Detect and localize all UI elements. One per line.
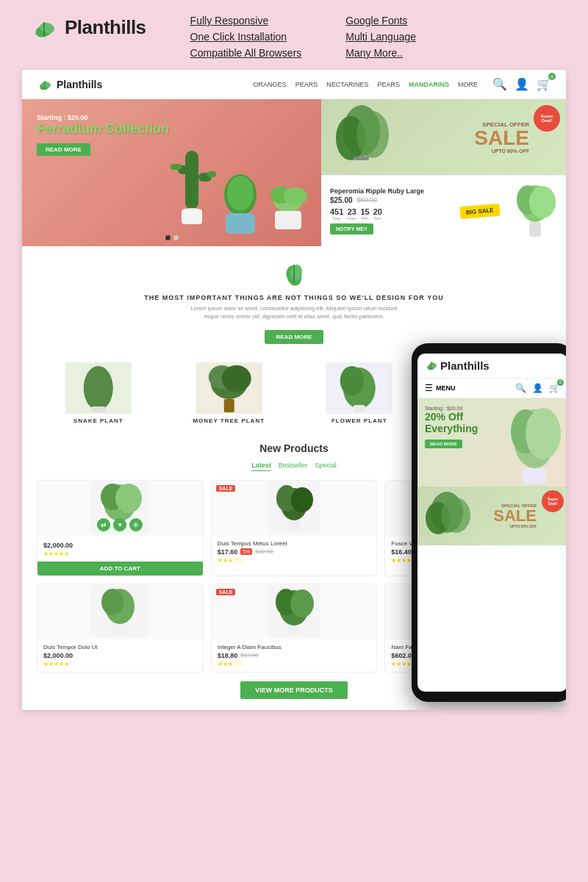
- mobile-cart[interactable]: 🛒0: [549, 383, 560, 393]
- notify-button[interactable]: NOTIFY ME!!: [330, 223, 373, 234]
- flash-price-old: $50.00: [357, 196, 378, 204]
- tab-latest[interactable]: Latest: [251, 462, 271, 471]
- nav-pears1[interactable]: PEARS: [295, 81, 318, 88]
- mobile-sale-plant: [417, 490, 476, 545]
- money-tree-label: MONEY TREE PLANT: [168, 417, 291, 424]
- cat-flower-plant[interactable]: FLOWER PLANT: [298, 362, 421, 424]
- product-actions-1: ⇄ ♥ ⊕: [97, 518, 143, 531]
- nav-icons: 🔍 👤 🛒0: [492, 77, 551, 91]
- product-stars-5: ★★★☆☆: [218, 661, 371, 667]
- nav-nectarines[interactable]: NECTARINES: [326, 81, 368, 88]
- nav-mandarins[interactable]: MANDARINS: [409, 81, 449, 88]
- svg-rect-44: [354, 405, 365, 412]
- nav-more[interactable]: MORE: [458, 81, 478, 88]
- svg-rect-35: [91, 406, 106, 412]
- view-more-btn[interactable]: VIEW MORE PRODUCTS: [240, 681, 348, 699]
- tab-bestseller[interactable]: Bestseller: [279, 462, 308, 471]
- site-logo-icon: [37, 77, 53, 91]
- super-deal-badge: Super Deal!: [534, 105, 560, 132]
- flash-product-name: Peperomia Ripple Ruby Large: [330, 187, 453, 195]
- flower-plant-label: FLOWER PLANT: [298, 417, 421, 424]
- product-img-5: SALE: [212, 584, 377, 639]
- mobile-logo-text: Planthills: [440, 359, 490, 372]
- svg-rect-25: [354, 157, 369, 160]
- feature-browsers[interactable]: Compatible All Browsers: [190, 47, 302, 59]
- big-sale-badge: BIG SALE: [460, 203, 501, 219]
- svg-point-39: [221, 365, 251, 392]
- mobile-menu-bar: ☰ MENU 🔍 👤 🛒0: [417, 379, 566, 398]
- svg-rect-16: [226, 213, 255, 234]
- quick-view-btn-1[interactable]: ⊕: [129, 518, 143, 531]
- svg-point-51: [115, 484, 142, 513]
- hero-plants-illustration: [167, 121, 314, 246]
- add-to-cart-btn-1[interactable]: ADD TO CART: [37, 562, 203, 576]
- main-logo: Planthills: [29, 15, 146, 40]
- svg-rect-70: [287, 625, 301, 635]
- feature-fonts[interactable]: Google Fonts: [345, 15, 416, 26]
- user-icon[interactable]: 👤: [514, 77, 529, 91]
- product-price-3: $16.40: [391, 548, 412, 556]
- mobile-menu-text: MENU: [436, 384, 456, 392]
- cat-money-tree[interactable]: MONEY TREE PLANT: [168, 362, 291, 424]
- timer-days: 451 Day: [330, 207, 343, 220]
- cat-snake-plant[interactable]: SNAKE PLANT: [37, 362, 160, 424]
- hero-read-more-btn[interactable]: READ MORE: [37, 143, 90, 156]
- product-price-old-2: $22.00: [255, 548, 273, 555]
- site-nav: Planthills ORANGES PEARS NECTARINES PEAR…: [22, 70, 566, 99]
- product-name-4: Duis Tempor Dolo Ut: [43, 644, 197, 650]
- timer-hours: 23 Hour: [347, 207, 356, 220]
- hero-right: Super Deal! SPECIAL OFFER SALE UPTO 80% …: [321, 99, 566, 246]
- nav-oranges[interactable]: ORANGES: [254, 81, 287, 88]
- flash-plant-img: [513, 182, 557, 240]
- product-img-2: SALE: [212, 481, 377, 536]
- mobile-menu[interactable]: ☰ MENU: [425, 383, 456, 393]
- mobile-sale-banner: Super Deal! SPECIAL OFFER SALE: [417, 487, 566, 545]
- flash-sale-strip: Peperomia Ripple Ruby Large $25.00 $50.0…: [321, 175, 566, 246]
- mid-read-more-btn[interactable]: READ MORE: [265, 330, 324, 344]
- mobile-plant-illustration: [498, 406, 566, 487]
- svg-point-64: [101, 589, 123, 615]
- mobile-search-icon[interactable]: 🔍: [515, 383, 526, 393]
- svg-point-81: [526, 408, 561, 459]
- features-col1: Fully Responsive One Click Installation …: [190, 15, 302, 59]
- nav-pears2[interactable]: PEARS: [377, 81, 400, 88]
- feature-responsive[interactable]: Fully Responsive: [190, 15, 302, 26]
- compare-btn-1[interactable]: ⇄: [97, 518, 110, 531]
- feature-more[interactable]: Many More..: [345, 47, 416, 59]
- hero-dots: [165, 235, 179, 240]
- mobile-read-more-btn[interactable]: READ MORE: [425, 440, 462, 448]
- product-card-1: ⇄ ♥ ⊕ $2,000.00 ★★★★★ ADD TO CART: [37, 480, 204, 576]
- svg-rect-40: [223, 399, 234, 412]
- product-img-4: [37, 584, 203, 639]
- sale-text-area: SPECIAL OFFER SALE UPTO 80% OFF: [474, 121, 529, 154]
- product-price-5: $18.80: [218, 652, 238, 659]
- logo-text: Planthills: [65, 16, 146, 39]
- tab-special[interactable]: Special: [315, 462, 337, 471]
- mobile-nav: Planthills: [417, 354, 566, 379]
- hero-dot-1[interactable]: [165, 235, 171, 240]
- mobile-nav-icons: 🔍 👤 🛒0: [515, 383, 560, 393]
- mid-tagline: THE MOST IMPORTANT THINGS ARE NOT THINGS…: [44, 294, 544, 301]
- wishlist-btn-1[interactable]: ♥: [113, 518, 126, 531]
- svg-point-19: [284, 187, 307, 205]
- sale-banner: Super Deal! SPECIAL OFFER SALE UPTO 80% …: [321, 99, 566, 175]
- flash-prices: $25.00 $50.00: [330, 196, 453, 204]
- feature-language[interactable]: Multi Language: [345, 31, 416, 43]
- upto-text: UPTO 80% OFF: [474, 148, 529, 154]
- sale-plant-illustration: [325, 101, 413, 175]
- mid-section: THE MOST IMPORTANT THINGS ARE NOT THINGS…: [22, 246, 566, 351]
- feature-installation[interactable]: One Click Installation: [190, 31, 302, 43]
- hero-dot-2[interactable]: [173, 235, 179, 240]
- cart-badge: 0: [548, 73, 556, 80]
- sale-tag-2: SALE: [216, 485, 236, 492]
- mobile-logo: Planthills: [425, 359, 490, 372]
- cart-icon[interactable]: 🛒0: [537, 77, 551, 91]
- search-icon[interactable]: 🔍: [492, 77, 507, 91]
- snake-plant-label: SNAKE PLANT: [37, 417, 160, 424]
- product-info-4: Duis Tempor Dolo Ut $2,000.00 ★★★★★: [37, 639, 203, 672]
- product-img-1: ⇄ ♥ ⊕: [37, 481, 203, 536]
- svg-rect-21: [275, 211, 301, 229]
- svg-point-24: [356, 111, 389, 158]
- sale-big-text: SALE: [474, 128, 529, 148]
- mobile-user-icon[interactable]: 👤: [532, 383, 543, 393]
